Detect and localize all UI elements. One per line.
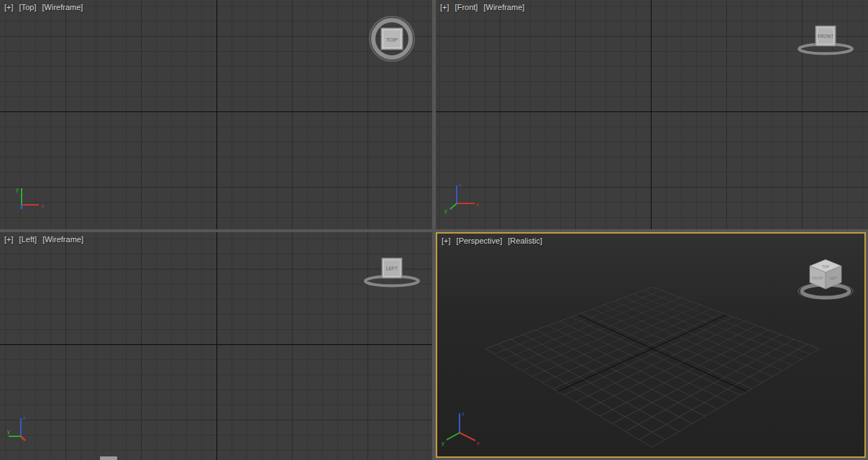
axis-z-label: z bbox=[462, 410, 465, 417]
general-viewport-menu[interactable]: [+] bbox=[442, 236, 451, 245]
viewport-top[interactable]: [+] [Top] [Wireframe] TOP y x bbox=[0, 0, 432, 229]
point-of-view-menu[interactable]: [Top] bbox=[19, 3, 37, 12]
viewcube-top-icon[interactable]: TOP bbox=[367, 14, 417, 64]
viewcube-face-label: LEFT bbox=[386, 266, 398, 271]
grid-x-axis bbox=[577, 315, 746, 392]
axis-x-label: x bbox=[477, 440, 480, 446]
axis-y-label: y bbox=[442, 440, 444, 446]
axis-y-label: y bbox=[16, 186, 19, 193]
general-viewport-menu[interactable]: [+] bbox=[4, 235, 14, 244]
axis-tripod: z y bbox=[6, 410, 46, 447]
home-grid-plane bbox=[485, 287, 821, 448]
viewcube-front-icon[interactable]: FRONT bbox=[795, 20, 856, 56]
viewcube-face-label: FRONT bbox=[818, 34, 833, 39]
viewport-menu-bar: [+] [Front] [Wireframe] bbox=[440, 3, 528, 12]
shading-menu[interactable]: [Wireframe] bbox=[483, 3, 524, 12]
axis-y-label: y bbox=[7, 428, 10, 435]
viewport-menu-bar: [+] [Top] [Wireframe] bbox=[4, 3, 86, 12]
axis-y-label: y bbox=[444, 208, 447, 214]
shading-menu[interactable]: [Realistic] bbox=[508, 236, 542, 245]
shading-menu[interactable]: [Wireframe] bbox=[42, 235, 83, 244]
viewport-layout: [+] [Top] [Wireframe] TOP y x [+] [Front… bbox=[0, 0, 868, 460]
point-of-view-menu[interactable]: [Front] bbox=[455, 3, 478, 12]
viewport-menu-bar: [+] [Perspective] [Realistic] bbox=[442, 236, 546, 245]
shading-menu[interactable]: [Wireframe] bbox=[42, 3, 83, 12]
grid-y-axis bbox=[216, 0, 217, 229]
general-viewport-menu[interactable]: [+] bbox=[4, 3, 14, 12]
point-of-view-menu[interactable]: [Perspective] bbox=[457, 236, 503, 245]
viewport-menu-bar: [+] [Left] [Wireframe] bbox=[4, 235, 87, 244]
axis-z-label: z bbox=[459, 182, 462, 188]
axis-x-label: x bbox=[476, 201, 479, 208]
viewcube-top-face-label: TOP bbox=[822, 264, 830, 269]
viewcube-left-face-label: LEFT bbox=[829, 277, 837, 280]
viewcube-front-face-label: FRONT bbox=[812, 277, 823, 280]
point-of-view-menu[interactable]: [Left] bbox=[19, 235, 37, 244]
viewport-front[interactable]: [+] [Front] [Wireframe] FRONT z x y bbox=[436, 0, 868, 229]
viewport-left[interactable]: [+] [Left] [Wireframe] LEFT z y bbox=[0, 232, 432, 460]
viewport-perspective-active[interactable]: [+] [Perspective] [Realistic] TOP FRONT … bbox=[436, 232, 866, 458]
grid-y-axis bbox=[557, 315, 727, 392]
viewcube-3d-icon[interactable]: TOP FRONT LEFT bbox=[795, 254, 856, 302]
grid-z-axis bbox=[216, 232, 217, 460]
axis-z-label: z bbox=[23, 415, 26, 421]
grid-x-axis bbox=[436, 111, 868, 112]
axis-x-label: x bbox=[41, 203, 44, 209]
viewcube-left-icon[interactable]: LEFT bbox=[362, 252, 422, 288]
grid-z-axis bbox=[651, 0, 652, 229]
axis-tripod: y x bbox=[6, 181, 46, 213]
axis-tripod: z x y bbox=[440, 406, 485, 446]
general-viewport-menu[interactable]: [+] bbox=[440, 3, 449, 12]
axis-tripod: z x y bbox=[442, 177, 482, 214]
bottom-ui-fragment bbox=[100, 456, 117, 460]
viewcube-face-label: TOP bbox=[386, 37, 398, 43]
